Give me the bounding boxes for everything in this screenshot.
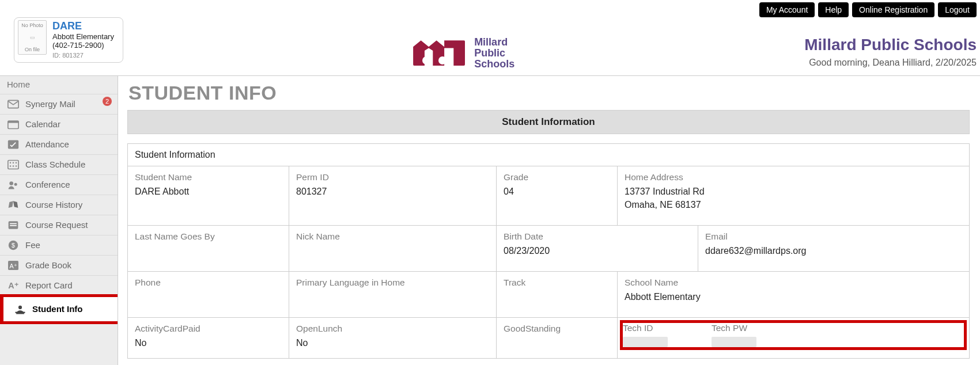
tech-id-masked [623,337,668,347]
top-nav: My Account Help Online Registration Logo… [0,0,980,20]
svg-rect-22 [16,311,25,313]
address-line2: Omaha, NE 68137 [625,200,701,210]
sidebar-item-synergy-mail[interactable]: Synergy Mail 2 [0,94,118,114]
cell-home-address: Home Address 13737 Industrial Rd Omaha, … [618,166,969,225]
logo-text-line: Millard [474,37,514,48]
field-value: 08/23/2020 [504,244,691,257]
sidebar-item-fee[interactable]: $ Fee [0,235,118,255]
svg-rect-14 [10,223,17,224]
student-card-id: 801327 [62,52,84,59]
student-card-idline: ID: 801327 [52,52,114,59]
sidebar-item-course-history[interactable]: Course History [0,195,118,215]
sidebar-item-conference[interactable]: Conference [0,174,118,195]
student-card[interactable]: No Photo ▭ On file DARE Abbott Elementar… [14,17,123,63]
sidebar-item-label: Course Request [25,220,88,230]
sidebar-item-student-info[interactable]: Student Info [0,294,118,324]
address-line1: 13737 Industrial Rd [625,187,705,196]
mail-badge: 2 [103,97,112,106]
sidebar-item-label: Synergy Mail [25,99,75,109]
svg-point-10 [16,165,17,167]
field-label: OpenLunch [296,324,489,334]
field-label: GoodStanding [504,324,610,334]
field-value: 04 [504,185,610,198]
section-banner: Student Information [127,110,970,134]
cell-birth-date: Birth Date 08/23/2020 [497,226,698,271]
district-logo: Millard Public Schools [413,37,514,70]
edupoint-icon: ▭ [30,35,35,40]
sidebar-item-label: Course History [25,200,82,210]
sidebar-item-label: Report Card [25,280,73,290]
no-photo-label: No Photo [21,22,43,28]
reportcard-icon: A⁺ [7,280,20,291]
sidebar-item-class-schedule[interactable]: Class Schedule [0,154,118,174]
gradebook-icon: A⁺ [7,260,20,271]
field-label: Tech PW [712,323,792,333]
svg-point-5 [10,162,12,164]
sidebar-item-calendar[interactable]: Calendar [0,114,118,134]
sidebar-item-report-card[interactable]: A⁺ Report Card [0,275,118,295]
studentinfo-icon [14,304,27,314]
field-value: Abbott Elementary [625,290,962,303]
sidebar: Home Synergy Mail 2 Calendar Attendance [0,75,118,365]
greeting-text: Good morning, Deana Hilliard, 2/20/2025 [804,58,977,68]
cell-perm-id: Perm ID 801327 [289,166,497,225]
tech-highlight-box: Tech ID Tech PW [620,320,967,350]
field-label: Student Name [135,172,282,182]
student-card-name: DARE [52,20,114,32]
field-value: 801327 [296,185,489,198]
district-block: Millard Public Schools Good morning, Dea… [804,36,977,68]
svg-point-7 [16,162,17,164]
field-label: ActivityCardPaid [135,324,282,334]
sidebar-item-label: Attendance [25,139,69,149]
field-value: No [296,336,489,349]
cell-good-standing: GoodStanding [497,318,618,358]
logo-mark-icon [413,40,465,66]
svg-text:A⁺: A⁺ [9,262,17,269]
content: STUDENT INFO Student Information Student… [118,75,980,365]
sidebar-item-course-request[interactable]: Course Request [0,215,118,235]
sidebar-item-grade-book[interactable]: A⁺ Grade Book [0,255,118,275]
field-value: ddare632@millardps.org [705,244,962,257]
cell-student-name: Student Name DARE Abbott [128,166,289,225]
svg-point-8 [10,165,12,167]
tech-pw-masked [712,337,756,347]
svg-point-11 [9,181,13,185]
conference-icon [7,180,20,190]
logout-button[interactable]: Logout [938,2,977,17]
fee-icon: $ [7,240,20,250]
field-label: Birth Date [504,231,691,242]
info-row: Phone Primary Language in Home Track Sch… [128,271,969,317]
sidebar-item-label: Student Info [32,304,82,314]
field-label: Grade [504,172,610,182]
cell-grade: Grade 04 [497,166,618,225]
online-registration-button[interactable]: Online Registration [852,2,934,17]
main: Home Synergy Mail 2 Calendar Attendance [0,75,980,365]
sidebar-item-label: Grade Book [25,260,71,270]
books-icon [7,200,20,210]
sidebar-home[interactable]: Home [0,76,118,94]
student-photo-placeholder: No Photo ▭ On file [18,20,47,55]
help-button[interactable]: Help [818,2,849,17]
cell-track: Track [497,272,618,317]
sidebar-item-attendance[interactable]: Attendance [0,134,118,154]
cell-email: Email ddare632@millardps.org [698,226,969,271]
sidebar-item-label: Calendar [25,119,60,129]
field-label: Email [705,231,962,242]
my-account-button[interactable]: My Account [759,2,815,17]
cell-tech-pw: Tech PW [712,323,792,347]
cell-school-name: School Name Abbott Elementary [618,272,969,317]
field-label: Track [504,277,610,288]
svg-point-12 [14,182,17,185]
cell-activity-card: ActivityCardPaid No [128,318,289,358]
svg-point-6 [13,162,14,164]
student-info-card: Student Information Student Name DARE Ab… [127,143,970,359]
request-icon [7,220,20,230]
student-card-school: Abbott Elementary [52,32,114,41]
field-value: No [135,336,282,349]
info-row: Student Name DARE Abbott Perm ID 801327 … [128,166,969,225]
field-label: Tech ID [623,323,703,333]
header: No Photo ▭ On file DARE Abbott Elementar… [0,20,980,75]
svg-point-9 [13,165,14,167]
page-title: STUDENT INFO [128,82,970,104]
logo-text-line: Schools [474,59,514,70]
